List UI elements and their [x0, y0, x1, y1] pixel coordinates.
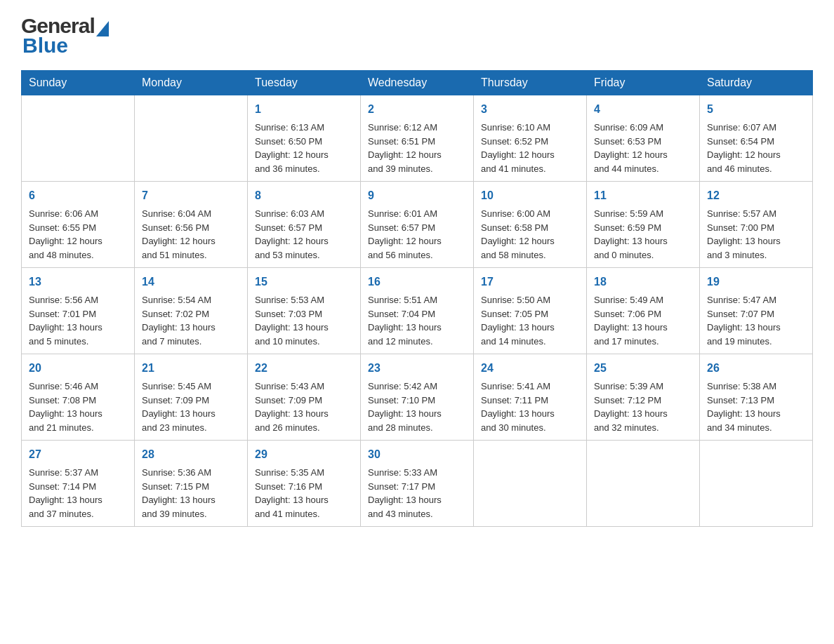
weekday-header-sunday: Sunday: [22, 71, 135, 95]
weekday-header-wednesday: Wednesday: [361, 71, 474, 95]
day-info: Sunrise: 5:56 AM Sunset: 7:01 PM Dayligh…: [29, 293, 127, 348]
day-info: Sunrise: 5:46 AM Sunset: 7:08 PM Dayligh…: [29, 380, 127, 434]
calendar-cell: 5Sunrise: 6:07 AM Sunset: 6:54 PM Daylig…: [700, 95, 813, 182]
calendar-cell: 19Sunrise: 5:47 AM Sunset: 7:07 PM Dayli…: [700, 268, 813, 354]
day-number: 7: [142, 187, 240, 204]
calendar-cell: 4Sunrise: 6:09 AM Sunset: 6:53 PM Daylig…: [587, 95, 700, 182]
calendar-cell: 27Sunrise: 5:37 AM Sunset: 7:14 PM Dayli…: [22, 441, 135, 527]
day-number: 22: [255, 360, 353, 377]
weekday-header-tuesday: Tuesday: [248, 71, 361, 95]
day-number: 20: [29, 360, 127, 377]
day-number: 4: [594, 101, 692, 118]
calendar-cell: 16Sunrise: 5:51 AM Sunset: 7:04 PM Dayli…: [361, 268, 474, 354]
day-number: 19: [707, 274, 805, 290]
day-info: Sunrise: 6:06 AM Sunset: 6:55 PM Dayligh…: [29, 207, 127, 262]
page-header: General Blue: [21, 14, 813, 58]
day-number: 12: [707, 187, 805, 204]
day-number: 21: [142, 360, 240, 377]
day-info: Sunrise: 5:57 AM Sunset: 7:00 PM Dayligh…: [707, 207, 805, 262]
day-info: Sunrise: 6:04 AM Sunset: 6:56 PM Dayligh…: [142, 207, 240, 262]
day-number: 14: [142, 274, 240, 290]
day-number: 24: [481, 360, 579, 377]
calendar-cell: 11Sunrise: 5:59 AM Sunset: 6:59 PM Dayli…: [587, 182, 700, 268]
day-number: 8: [255, 187, 353, 204]
calendar-cell: 14Sunrise: 5:54 AM Sunset: 7:02 PM Dayli…: [135, 268, 248, 354]
day-info: Sunrise: 5:54 AM Sunset: 7:02 PM Dayligh…: [142, 293, 240, 348]
day-info: Sunrise: 5:38 AM Sunset: 7:13 PM Dayligh…: [707, 380, 805, 434]
day-info: Sunrise: 5:33 AM Sunset: 7:17 PM Dayligh…: [368, 466, 466, 521]
calendar-cell: [700, 441, 813, 527]
calendar-cell: 29Sunrise: 5:35 AM Sunset: 7:16 PM Dayli…: [248, 441, 361, 527]
day-number: 16: [368, 274, 466, 290]
calendar-cell: 9Sunrise: 6:01 AM Sunset: 6:57 PM Daylig…: [361, 182, 474, 268]
calendar-cell: 25Sunrise: 5:39 AM Sunset: 7:12 PM Dayli…: [587, 354, 700, 441]
day-info: Sunrise: 5:37 AM Sunset: 7:14 PM Dayligh…: [29, 466, 127, 521]
day-info: Sunrise: 5:49 AM Sunset: 7:06 PM Dayligh…: [594, 293, 692, 348]
day-number: 9: [368, 187, 466, 204]
day-number: 6: [29, 187, 127, 204]
day-number: 27: [29, 446, 127, 463]
calendar-week-row: 6Sunrise: 6:06 AM Sunset: 6:55 PM Daylig…: [22, 182, 813, 268]
day-info: Sunrise: 5:45 AM Sunset: 7:09 PM Dayligh…: [142, 380, 240, 434]
calendar-week-row: 1Sunrise: 6:13 AM Sunset: 6:50 PM Daylig…: [22, 95, 813, 182]
weekday-header-saturday: Saturday: [700, 71, 813, 95]
calendar-cell: 26Sunrise: 5:38 AM Sunset: 7:13 PM Dayli…: [700, 354, 813, 441]
day-number: 11: [594, 187, 692, 204]
day-info: Sunrise: 6:00 AM Sunset: 6:58 PM Dayligh…: [481, 207, 579, 262]
day-number: 30: [368, 446, 466, 463]
calendar-cell: [587, 441, 700, 527]
calendar-cell: 12Sunrise: 5:57 AM Sunset: 7:00 PM Dayli…: [700, 182, 813, 268]
day-info: Sunrise: 5:39 AM Sunset: 7:12 PM Dayligh…: [594, 380, 692, 434]
day-info: Sunrise: 6:09 AM Sunset: 6:53 PM Dayligh…: [594, 121, 692, 175]
calendar-cell: [22, 95, 135, 182]
calendar-cell: 13Sunrise: 5:56 AM Sunset: 7:01 PM Dayli…: [22, 268, 135, 354]
day-number: 3: [481, 101, 579, 118]
calendar-cell: 21Sunrise: 5:45 AM Sunset: 7:09 PM Dayli…: [135, 354, 248, 441]
calendar-cell: 24Sunrise: 5:41 AM Sunset: 7:11 PM Dayli…: [474, 354, 587, 441]
calendar-cell: 6Sunrise: 6:06 AM Sunset: 6:55 PM Daylig…: [22, 182, 135, 268]
day-info: Sunrise: 5:43 AM Sunset: 7:09 PM Dayligh…: [255, 380, 353, 434]
logo: General Blue: [21, 14, 109, 58]
day-number: 17: [481, 274, 579, 290]
day-number: 1: [255, 101, 353, 118]
day-number: 29: [255, 446, 353, 463]
calendar-cell: 30Sunrise: 5:33 AM Sunset: 7:17 PM Dayli…: [361, 441, 474, 527]
calendar-week-row: 27Sunrise: 5:37 AM Sunset: 7:14 PM Dayli…: [22, 441, 813, 527]
calendar-cell: 3Sunrise: 6:10 AM Sunset: 6:52 PM Daylig…: [474, 95, 587, 182]
calendar-cell: 15Sunrise: 5:53 AM Sunset: 7:03 PM Dayli…: [248, 268, 361, 354]
calendar-week-row: 13Sunrise: 5:56 AM Sunset: 7:01 PM Dayli…: [22, 268, 813, 354]
calendar-body: 1Sunrise: 6:13 AM Sunset: 6:50 PM Daylig…: [22, 95, 813, 527]
weekday-header-row: SundayMondayTuesdayWednesdayThursdayFrid…: [22, 71, 813, 95]
day-info: Sunrise: 6:13 AM Sunset: 6:50 PM Dayligh…: [255, 121, 353, 175]
day-info: Sunrise: 6:01 AM Sunset: 6:57 PM Dayligh…: [368, 207, 466, 262]
calendar-header: SundayMondayTuesdayWednesdayThursdayFrid…: [22, 71, 813, 95]
day-info: Sunrise: 5:59 AM Sunset: 6:59 PM Dayligh…: [594, 207, 692, 262]
calendar-cell: 22Sunrise: 5:43 AM Sunset: 7:09 PM Dayli…: [248, 354, 361, 441]
day-number: 10: [481, 187, 579, 204]
day-info: Sunrise: 5:36 AM Sunset: 7:15 PM Dayligh…: [142, 466, 240, 521]
day-number: 13: [29, 274, 127, 290]
day-info: Sunrise: 5:35 AM Sunset: 7:16 PM Dayligh…: [255, 466, 353, 521]
day-info: Sunrise: 5:41 AM Sunset: 7:11 PM Dayligh…: [481, 380, 579, 434]
day-number: 26: [707, 360, 805, 377]
day-info: Sunrise: 5:50 AM Sunset: 7:05 PM Dayligh…: [481, 293, 579, 348]
calendar-cell: 10Sunrise: 6:00 AM Sunset: 6:58 PM Dayli…: [474, 182, 587, 268]
calendar-cell: 18Sunrise: 5:49 AM Sunset: 7:06 PM Dayli…: [587, 268, 700, 354]
day-number: 2: [368, 101, 466, 118]
calendar-cell: [474, 441, 587, 527]
day-info: Sunrise: 5:51 AM Sunset: 7:04 PM Dayligh…: [368, 293, 466, 348]
calendar-week-row: 20Sunrise: 5:46 AM Sunset: 7:08 PM Dayli…: [22, 354, 813, 441]
calendar-table: SundayMondayTuesdayWednesdayThursdayFrid…: [21, 70, 813, 527]
calendar-cell: 28Sunrise: 5:36 AM Sunset: 7:15 PM Dayli…: [135, 441, 248, 527]
calendar-cell: 17Sunrise: 5:50 AM Sunset: 7:05 PM Dayli…: [474, 268, 587, 354]
calendar-cell: 23Sunrise: 5:42 AM Sunset: 7:10 PM Dayli…: [361, 354, 474, 441]
weekday-header-friday: Friday: [587, 71, 700, 95]
calendar-cell: 2Sunrise: 6:12 AM Sunset: 6:51 PM Daylig…: [361, 95, 474, 182]
day-info: Sunrise: 6:12 AM Sunset: 6:51 PM Dayligh…: [368, 121, 466, 175]
logo-blue-text: Blue: [21, 34, 109, 58]
day-number: 23: [368, 360, 466, 377]
day-info: Sunrise: 6:03 AM Sunset: 6:57 PM Dayligh…: [255, 207, 353, 262]
calendar-cell: 1Sunrise: 6:13 AM Sunset: 6:50 PM Daylig…: [248, 95, 361, 182]
day-number: 15: [255, 274, 353, 290]
day-number: 18: [594, 274, 692, 290]
